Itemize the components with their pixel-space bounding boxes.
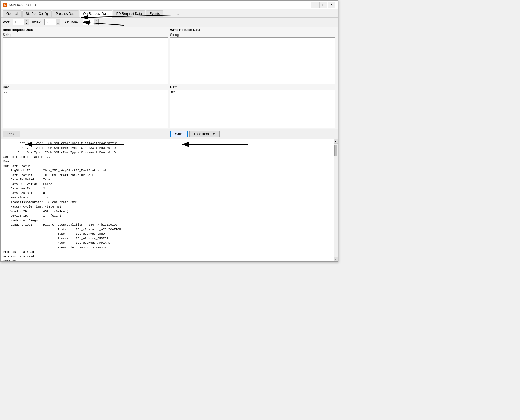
tab-std-port-config[interactable]: Std Port Config <box>22 10 52 17</box>
index-up-button[interactable]: ▲ <box>56 19 60 22</box>
titlebar-left: K KUNBUS - IO-Link <box>3 3 36 7</box>
action-bar-right: Write Load from File <box>170 131 335 137</box>
sub-index-up-button[interactable]: ▲ <box>94 19 98 22</box>
app-icon: K <box>3 3 7 7</box>
port-up-button[interactable]: ▲ <box>24 19 29 22</box>
tab-events[interactable]: Events <box>146 10 163 17</box>
tab-bar: General Std Port Config Process Data On … <box>1 9 338 18</box>
close-button[interactable]: ✕ <box>328 2 335 8</box>
port-spin-buttons: ▲ ▼ <box>24 19 29 25</box>
index-input[interactable] <box>45 19 56 25</box>
tab-pd-request-data[interactable]: PD Request Data <box>113 10 145 17</box>
sub-index-spinner[interactable]: ▲ ▼ <box>83 19 99 25</box>
index-spinner[interactable]: ▲ ▼ <box>44 19 60 25</box>
sub-index-down-button[interactable]: ▼ <box>94 22 98 25</box>
scroll-down-button[interactable]: ▼ <box>334 257 338 261</box>
sub-index-label: Sub Index: <box>64 20 79 24</box>
log-container: Port 6 - Type: IOLM_SMI_ePortTypes_Class… <box>1 139 338 261</box>
left-panel: Read Request Data String: Hex: <box>3 27 168 129</box>
panels-container: Read Request Data String: Hex: Write Req… <box>1 27 338 129</box>
main-window: K KUNBUS - IO-Link ─ □ ✕ General Std Por… <box>0 0 338 262</box>
port-row: Port: ▲ ▼ Index: ▲ ▼ Sub Index: ▲ ▼ <box>1 18 338 27</box>
index-spin-buttons: ▲ ▼ <box>56 19 60 25</box>
right-hex-label: Hex: <box>170 85 335 90</box>
log-area[interactable]: Port 6 - Type: IOLM_SMI_ePortTypes_Class… <box>1 139 334 261</box>
tab-process-data[interactable]: Process Data <box>52 10 79 17</box>
port-spinner[interactable]: ▲ ▼ <box>13 19 29 25</box>
index-down-button[interactable]: ▼ <box>56 22 60 25</box>
left-hex-textarea[interactable] <box>3 90 168 128</box>
scroll-up-button[interactable]: ▲ <box>334 139 338 144</box>
left-hex-label: Hex: <box>3 85 168 90</box>
window-controls: ─ □ ✕ <box>311 2 335 8</box>
index-label: Index: <box>32 20 41 24</box>
maximize-button[interactable]: □ <box>319 2 327 8</box>
sub-index-input[interactable] <box>83 19 94 25</box>
sub-index-spin-buttons: ▲ ▼ <box>94 19 98 25</box>
tab-on-request-data[interactable]: On Request Data <box>80 10 112 18</box>
left-string-textarea[interactable] <box>3 37 168 84</box>
scrollbar[interactable]: ▲ ▼ <box>334 139 338 261</box>
read-button[interactable]: Read <box>3 131 20 137</box>
left-string-label: String: <box>3 32 168 37</box>
titlebar: K KUNBUS - IO-Link ─ □ ✕ <box>1 1 338 9</box>
action-bar: Read Write Load from File <box>1 129 338 139</box>
port-label: Port: <box>3 20 10 24</box>
window-title: KUNBUS - IO-Link <box>9 3 36 7</box>
scroll-thumb[interactable] <box>334 145 337 156</box>
action-bar-left: Read <box>3 131 168 137</box>
scroll-track <box>334 144 338 257</box>
port-input[interactable] <box>13 19 24 25</box>
right-string-textarea[interactable] <box>170 37 335 84</box>
right-panel: Write Request Data String: Hex: <box>170 27 335 129</box>
load-from-file-button[interactable]: Load from File <box>189 131 220 137</box>
right-hex-textarea[interactable] <box>170 90 335 128</box>
right-string-label: String: <box>170 32 335 37</box>
right-panel-title: Write Request Data <box>170 27 335 32</box>
port-down-button[interactable]: ▼ <box>24 22 29 25</box>
left-panel-title: Read Request Data <box>3 27 168 32</box>
write-button[interactable]: Write <box>170 131 188 137</box>
tab-general[interactable]: General <box>3 10 22 17</box>
minimize-button[interactable]: ─ <box>311 2 319 8</box>
